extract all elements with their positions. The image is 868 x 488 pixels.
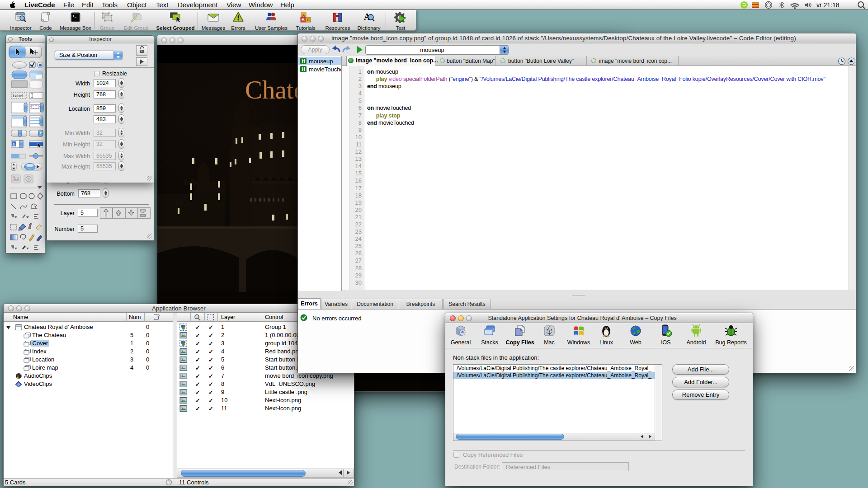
svg-text:B: B	[302, 18, 305, 22]
svg-text:Label:: Label:	[13, 93, 24, 98]
svg-text:a: a	[13, 142, 15, 146]
svg-text:C: C	[307, 18, 310, 22]
